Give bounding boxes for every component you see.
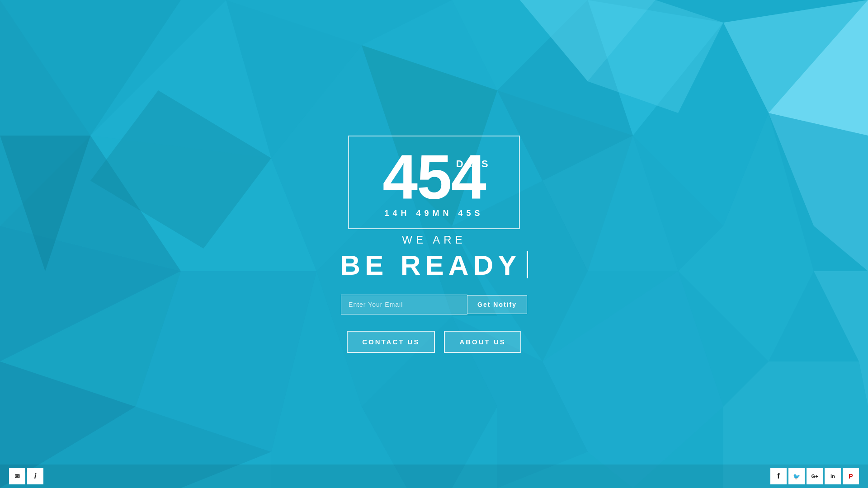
info-icon[interactable]: i <box>27 468 43 484</box>
googleplus-icon[interactable]: G+ <box>807 468 823 484</box>
cursor-blink <box>527 251 528 278</box>
notify-button[interactable]: Get Notify <box>467 295 527 314</box>
main-content: 454 DAYS 14H 49MN 45S WE ARE BE READY Ge… <box>0 0 868 488</box>
twitter-icon[interactable]: 🐦 <box>788 468 805 484</box>
pinterest-icon[interactable]: P <box>843 468 859 484</box>
countdown-box: 454 DAYS 14H 49MN 45S <box>348 136 520 229</box>
days-number: 454 <box>382 141 486 212</box>
about-us-button[interactable]: About Us <box>444 331 521 353</box>
facebook-icon[interactable]: f <box>770 468 787 484</box>
email-form: Get Notify <box>341 295 527 314</box>
bottom-right-icons: f 🐦 G+ in P <box>770 468 859 484</box>
email-input[interactable] <box>341 295 467 314</box>
action-buttons: Contact Us About Us <box>347 331 521 353</box>
bottom-bar: ✉ i f 🐦 G+ in P <box>0 465 868 488</box>
bottom-left-icons: ✉ i <box>9 468 43 484</box>
days-label: DAYS <box>456 158 490 170</box>
linkedin-icon[interactable]: in <box>825 468 841 484</box>
email-icon[interactable]: ✉ <box>9 468 25 484</box>
we-are-text: WE ARE <box>402 234 466 246</box>
contact-us-button[interactable]: Contact Us <box>347 331 435 353</box>
be-ready-text: BE READY <box>340 249 528 281</box>
